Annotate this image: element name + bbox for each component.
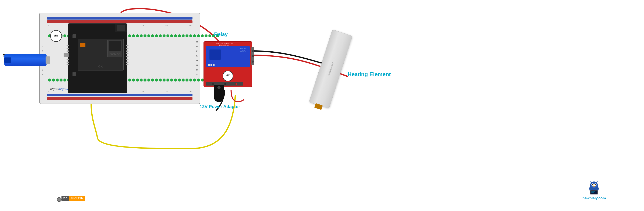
newbiely-domain-text: newbiely.com (582, 196, 606, 200)
label-heating-element: Heating Element (348, 71, 391, 78)
owl-icon (586, 181, 602, 194)
gpio-pin-number: 27 (62, 196, 69, 201)
svg-point-10 (592, 184, 593, 185)
circuit-diagram: ●DIY ables 151015202530 HGFEDCBA HGFEDCB… (0, 0, 644, 211)
label-relay: Relay (214, 32, 228, 37)
newbiely-logo-section: newbiely.com (582, 181, 606, 200)
relay-module: High/Low Level Trigger 1 Relay Module SR… (204, 41, 252, 87)
heating-element: newbiely.com (309, 29, 352, 108)
diyables-logo-breadboard: ●DIY ables (50, 30, 62, 42)
gpio-pin-name: GPIO16 (69, 196, 85, 201)
label-12v-power-adapter: 12V Power Adapter (200, 104, 240, 109)
relay-blue-section: SRD-05VDC-SL-C SRD-05VDC (206, 46, 250, 67)
usb-cable (4, 54, 47, 66)
svg-point-11 (595, 184, 596, 185)
power-adapter (214, 85, 224, 102)
esp32-module: IO CE ESP-WROOM-32005-00619 R (68, 23, 127, 93)
diyables-logo-relay: ●DIY ables (222, 71, 233, 81)
heating-element-connector (314, 103, 323, 110)
gpio-circle-indicator (57, 197, 62, 202)
heating-element-brand-text: newbiely.com (327, 62, 334, 76)
gpio-label: 27 GPIO16 (62, 196, 85, 201)
